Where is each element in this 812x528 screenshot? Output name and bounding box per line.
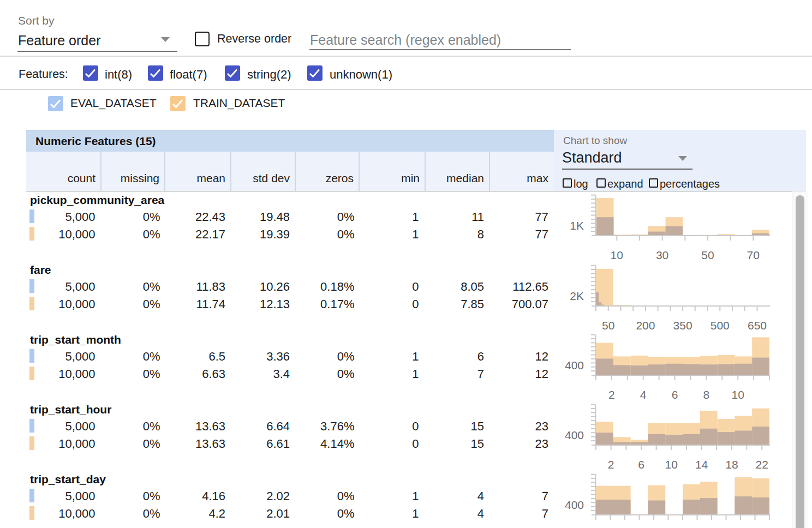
svg-text:2K: 2K <box>570 290 584 302</box>
svg-text:10: 10 <box>611 249 623 261</box>
svg-text:400: 400 <box>565 359 584 371</box>
svg-text:22: 22 <box>756 458 768 471</box>
svg-text:350: 350 <box>673 319 692 332</box>
svg-text:70: 70 <box>747 249 760 261</box>
svg-text:6: 6 <box>672 388 678 401</box>
svg-text:200: 200 <box>636 319 655 332</box>
svg-text:18: 18 <box>725 458 738 471</box>
svg-text:30: 30 <box>656 249 668 261</box>
svg-text:400: 400 <box>565 429 584 441</box>
svg-text:50: 50 <box>701 249 714 261</box>
svg-text:50: 50 <box>602 319 614 332</box>
svg-text:500: 500 <box>710 319 730 332</box>
svg-text:650: 650 <box>748 319 767 332</box>
svg-text:6: 6 <box>638 458 644 471</box>
svg-text:8: 8 <box>703 388 710 401</box>
svg-text:400: 400 <box>565 499 584 511</box>
svg-text:14: 14 <box>695 458 708 471</box>
svg-text:10: 10 <box>732 388 744 401</box>
svg-text:10: 10 <box>665 458 678 471</box>
svg-text:1K: 1K <box>570 219 584 232</box>
svg-text:2: 2 <box>608 388 615 401</box>
svg-text:4: 4 <box>640 388 647 401</box>
svg-text:2: 2 <box>608 458 614 471</box>
